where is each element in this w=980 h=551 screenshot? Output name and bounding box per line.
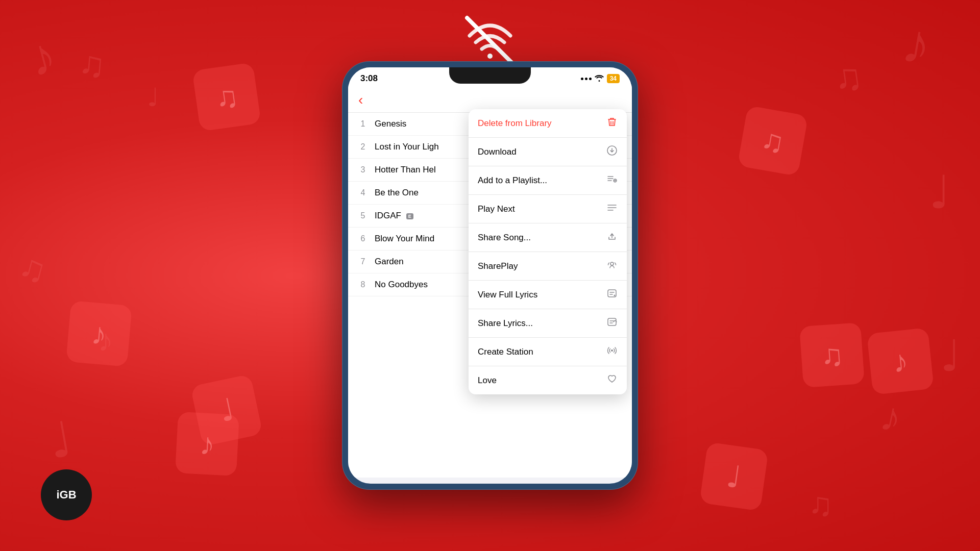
share-lyrics-icon	[606, 316, 618, 330]
menu-label-share-song: Share Song...	[478, 233, 531, 243]
song-title-5: IDGAF E	[375, 211, 413, 221]
phone-screen: 3:08 34	[348, 67, 632, 484]
share-icon	[606, 231, 618, 244]
menu-label-love: Love	[478, 375, 497, 386]
song-title-7: Garden	[375, 257, 404, 267]
signal-dot-3	[589, 78, 592, 80]
phone-container: 3:08 34	[342, 61, 638, 490]
song-number-5: 5	[358, 211, 368, 220]
menu-item-download[interactable]: Download	[469, 138, 627, 166]
lyrics-icon	[606, 288, 618, 302]
menu-item-create-station[interactable]: Create Station	[469, 338, 627, 366]
explicit-badge-5: E	[406, 213, 413, 219]
menu-item-play-next[interactable]: Play Next	[469, 195, 627, 223]
song-number-2: 2	[358, 142, 368, 152]
svg-point-1	[487, 54, 493, 59]
status-icons: 34	[581, 74, 620, 83]
back-button[interactable]: ‹	[358, 92, 363, 108]
song-number-1: 1	[358, 119, 368, 129]
menu-item-view-lyrics[interactable]: View Full Lyrics	[469, 281, 627, 309]
menu-label-delete: Delete from Library	[478, 118, 552, 129]
song-title-3: Hotter Than Hel	[375, 165, 436, 175]
trash-icon	[606, 116, 618, 130]
wifi-icon	[595, 74, 604, 83]
menu-label-add-playlist: Add to a Playlist...	[478, 176, 547, 186]
song-title-6: Blow Your Mind	[375, 234, 434, 244]
notch	[449, 67, 531, 84]
song-number-4: 4	[358, 188, 368, 197]
heart-icon	[606, 373, 618, 387]
menu-item-delete[interactable]: Delete from Library	[469, 109, 627, 138]
song-title-1: Genesis	[375, 119, 406, 129]
igb-logo: iGB	[41, 469, 92, 520]
screen-content: ‹ 1 Genesis 2 Lost in Your Ligh 3 Hotter…	[348, 87, 632, 478]
shareplay-icon	[606, 259, 618, 273]
menu-item-add-playlist[interactable]: Add to a Playlist...	[469, 166, 627, 195]
menu-label-shareplay: SharePlay	[478, 261, 518, 271]
song-title-4: Be the One	[375, 188, 419, 198]
menu-label-create-station: Create Station	[478, 347, 533, 357]
menu-label-share-lyrics: Share Lyrics...	[478, 318, 533, 329]
signal-dot-1	[581, 78, 583, 80]
igb-label: iGB	[56, 488, 76, 502]
phone-frame: 3:08 34	[342, 61, 638, 490]
battery-badge: 34	[607, 74, 620, 83]
queue-icon	[606, 202, 618, 216]
signal-dot-2	[585, 78, 587, 80]
add-playlist-icon	[606, 173, 618, 187]
song-title-2: Lost in Your Ligh	[375, 142, 439, 152]
song-number-8: 8	[358, 280, 368, 289]
menu-label-view-lyrics: View Full Lyrics	[478, 290, 537, 300]
station-icon	[606, 345, 618, 359]
song-number-7: 7	[358, 257, 368, 266]
menu-item-share-lyrics[interactable]: Share Lyrics...	[469, 309, 627, 338]
menu-item-shareplay[interactable]: SharePlay	[469, 252, 627, 281]
status-time: 3:08	[360, 73, 378, 84]
download-icon	[606, 145, 618, 159]
svg-point-6	[614, 295, 616, 296]
svg-point-4	[610, 262, 614, 265]
svg-point-8	[611, 349, 613, 352]
context-menu: Delete from Library Download	[469, 109, 627, 394]
menu-label-download: Download	[478, 147, 517, 157]
signal-dots	[581, 78, 592, 80]
menu-item-share-song[interactable]: Share Song...	[469, 223, 627, 252]
song-title-8: No Goodbyes	[375, 280, 428, 290]
song-number-6: 6	[358, 234, 368, 243]
menu-item-love[interactable]: Love	[469, 366, 627, 394]
menu-label-play-next: Play Next	[478, 204, 515, 214]
song-number-3: 3	[358, 165, 368, 174]
